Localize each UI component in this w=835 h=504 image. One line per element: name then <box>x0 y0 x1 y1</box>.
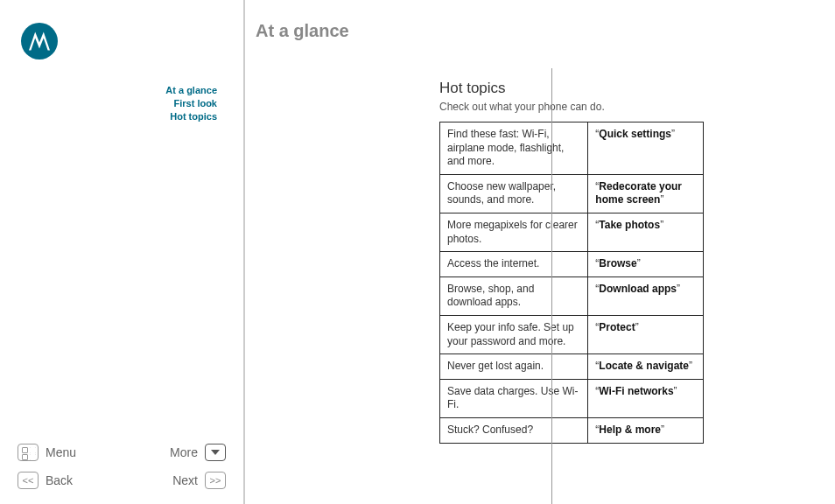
next-button[interactable]: Next >> <box>172 472 226 489</box>
motorola-icon <box>26 28 53 54</box>
topic-link[interactable]: Protect <box>599 321 635 333</box>
vertical-divider <box>551 68 552 504</box>
topic-link-cell[interactable]: “Quick settings” <box>588 122 704 175</box>
main-content: At a glance Hot topics Check out what yo… <box>245 0 835 504</box>
back-icon: << <box>18 472 39 489</box>
topic-desc: Choose new wallpaper, sounds, and more. <box>440 174 588 213</box>
more-button[interactable]: More <box>170 444 226 461</box>
topic-link-cell[interactable]: “Take photos” <box>588 213 704 251</box>
breadcrumb: At a glance First look Hot topics <box>0 84 243 123</box>
topic-desc: More megapixels for clearer photos. <box>440 213 588 251</box>
more-dropdown-icon <box>205 444 226 461</box>
brand-logo-icon <box>21 23 58 60</box>
topic-link-cell[interactable]: “Download apps” <box>588 276 704 315</box>
topic-desc: Keep your info safe. Set up your passwor… <box>440 315 588 354</box>
topic-link[interactable]: Locate & navigate <box>599 360 689 372</box>
back-button[interactable]: << Back <box>18 472 73 489</box>
table-row: Find these fast: Wi-Fi, airplane mode, f… <box>440 122 704 175</box>
menu-grid-icon <box>18 444 39 461</box>
topic-desc: Stuck? Confused? <box>440 417 588 443</box>
topic-link-cell[interactable]: “Help & more” <box>588 417 704 443</box>
topic-link-cell[interactable]: “Browse” <box>588 252 704 277</box>
topic-link-cell[interactable]: “Wi-Fi networks” <box>588 379 704 417</box>
crumb-level-1[interactable]: At a glance <box>0 84 217 97</box>
topic-link[interactable]: Wi-Fi networks <box>599 385 673 397</box>
topic-desc: Save data charges. Use Wi-Fi. <box>440 379 588 417</box>
menu-button[interactable]: Menu <box>18 444 76 461</box>
table-row: Stuck? Confused?“Help & more” <box>440 417 704 443</box>
next-icon: >> <box>205 472 226 489</box>
page-title: At a glance <box>256 21 803 41</box>
topic-link-cell[interactable]: “Protect” <box>588 315 704 354</box>
more-label: More <box>170 445 198 459</box>
topic-link[interactable]: Redecorate your home screen <box>595 180 682 206</box>
topics-table: Find these fast: Wi-Fi, airplane mode, f… <box>439 122 704 444</box>
crumb-level-2-first-look[interactable]: First look <box>0 97 217 110</box>
topic-link[interactable]: Download apps <box>599 283 677 295</box>
topic-link-cell[interactable]: “Locate & navigate” <box>588 354 704 380</box>
table-row: Choose new wallpaper, sounds, and more.“… <box>440 174 704 213</box>
table-row: Never get lost again.“Locate & navigate” <box>440 354 704 380</box>
topic-link-cell[interactable]: “Redecorate your home screen” <box>588 174 704 213</box>
table-row: Keep your info safe. Set up your passwor… <box>440 315 704 354</box>
nav-footer: Menu More << Back Next >> <box>18 436 226 492</box>
topic-desc: Access the internet. <box>440 252 588 277</box>
table-row: Access the internet.“Browse” <box>440 252 704 277</box>
back-label: Back <box>46 473 73 487</box>
table-row: Browse, shop, and download apps.“Downloa… <box>440 276 704 315</box>
sidebar: At a glance First look Hot topics Menu M… <box>0 0 245 504</box>
table-row: More megapixels for clearer photos.“Take… <box>440 213 704 251</box>
topic-link[interactable]: Help & more <box>599 424 661 436</box>
section-title: Hot topics <box>439 80 728 97</box>
topic-desc: Browse, shop, and download apps. <box>440 276 588 315</box>
topic-desc: Never get lost again. <box>440 354 588 380</box>
menu-label: Menu <box>46 445 76 459</box>
next-label: Next <box>172 473 198 487</box>
topic-link[interactable]: Browse <box>599 257 636 270</box>
topic-desc: Find these fast: Wi-Fi, airplane mode, f… <box>440 122 588 175</box>
table-row: Save data charges. Use Wi-Fi.“Wi-Fi netw… <box>440 379 704 417</box>
crumb-level-2-hot-topics[interactable]: Hot topics <box>0 110 217 123</box>
topic-link[interactable]: Quick settings <box>599 128 671 140</box>
topic-link[interactable]: Take photos <box>599 219 660 231</box>
section-subtitle: Check out what your phone can do. <box>439 101 728 113</box>
